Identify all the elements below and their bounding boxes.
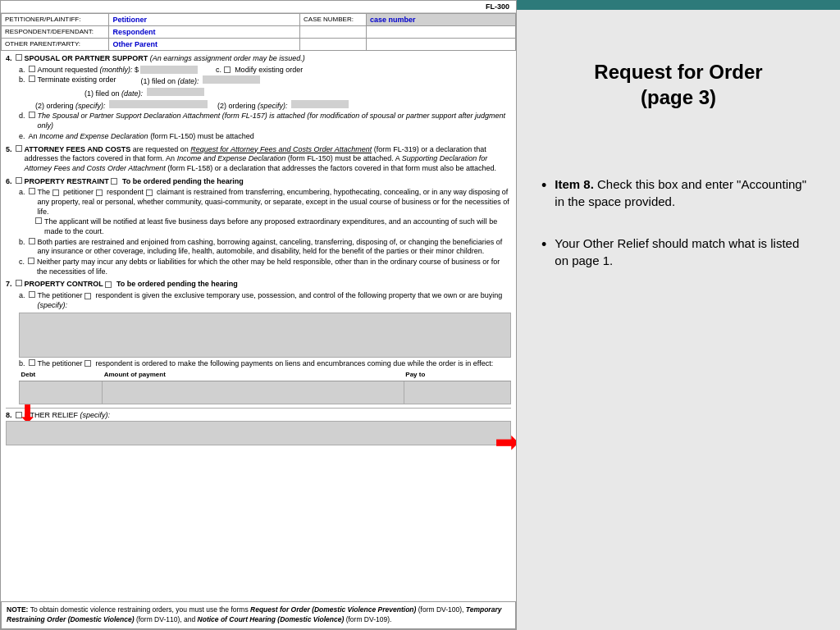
s4a-amount-input[interactable]	[140, 66, 198, 74]
s7a-text: The petitioner respondent is given the e…	[38, 291, 511, 310]
s4c-label: c. Modify existing order	[216, 66, 303, 75]
form-number: FL-300	[486, 2, 511, 11]
section-7-num: 7.	[6, 280, 12, 290]
col-debt: Debt	[20, 370, 103, 381]
bullet-item-1: • Item 8. Check this box and enter "Acco…	[541, 176, 815, 210]
s4-ordering1-input[interactable]	[109, 100, 208, 108]
s4a-checkbox[interactable]	[29, 66, 35, 72]
section-7-subsections: a. The petitioner respondent is given th…	[19, 291, 511, 404]
petitioner-value: Petitioner	[109, 14, 300, 26]
payment-amount-1[interactable]	[103, 381, 404, 404]
note-text: To obtain domestic violence restraining …	[7, 605, 501, 623]
section-6-subsections: a. The petitioner respondent claimant is…	[19, 188, 511, 276]
s4b-text: Terminate existing order	[38, 75, 116, 85]
instructions-title: Request for Order (page 3)	[594, 61, 762, 108]
s6c-text: Neither party may incur any debts or lia…	[37, 258, 511, 276]
s6a-petitioner-cb[interactable]	[52, 189, 59, 196]
s4e-text: An Income and Expense Declaration (form …	[29, 132, 254, 142]
col-amount: Amount of payment	[103, 370, 404, 381]
section-5-checkbox[interactable]	[16, 145, 22, 152]
section-8-num: 8.	[6, 411, 12, 419]
section-6-checkbox[interactable]	[16, 177, 22, 184]
bullet-dot-1: •	[541, 176, 546, 196]
s6a-text: The petitioner respondent claimant is re…	[38, 188, 511, 217]
s4-ordering2-input[interactable]	[291, 100, 349, 108]
bullet-2-text: Your Other Relief should match what is l…	[555, 235, 815, 269]
s6a2-checkbox[interactable]	[35, 217, 42, 224]
section-7: 7. PROPERTY CONTROL To be ordered pendin…	[6, 280, 511, 404]
instructions-bullets: • Item 8. Check this box and enter "Acco…	[517, 176, 840, 294]
payment-payto-1[interactable]	[404, 381, 510, 404]
section-5-text: ATTORNEY FEES AND COSTS are requested on…	[25, 145, 511, 174]
case-number-label: CASE NUMBER:	[300, 14, 367, 26]
s4-ordering2: (2) ordering (specify):	[217, 100, 350, 112]
section-4-checkbox[interactable]	[16, 54, 22, 61]
s4c-checkbox[interactable]	[224, 66, 231, 73]
petitioner-label: PETITIONER/PLAINTIFF:	[2, 14, 109, 26]
form-note: NOTE: To obtain domestic violence restra…	[1, 601, 516, 629]
arrow-right-icon: ➡	[495, 425, 516, 459]
form-header: PETITIONER/PLAINTIFF: Petitioner CASE NU…	[1, 13, 516, 51]
s7b-checkbox[interactable]	[29, 359, 35, 366]
bullet-1-text: Item 8. Check this box and enter "Accoun…	[555, 176, 815, 210]
s4b-filed2: (1) filed on (date):	[84, 88, 206, 99]
col-payto: Pay to	[404, 370, 510, 381]
s4b-filed: (1) filed on (date):	[141, 75, 262, 87]
other-parent-value: Other Parent	[109, 39, 300, 51]
s6a-checkbox[interactable]	[29, 188, 35, 194]
section-4-title: SPOUSAL OR PARTNER SUPPORT (An earnings …	[25, 54, 305, 64]
case-number-value: case number	[366, 14, 515, 26]
note-label: NOTE:	[7, 605, 28, 614]
form-panel: FL-300 PETITIONER/PLAINTIFF: Petitioner …	[0, 0, 517, 630]
section-5-num: 5.	[6, 145, 12, 155]
s6a2-text: The applicant will be notified at least …	[44, 217, 511, 236]
section-7-checkbox[interactable]	[16, 280, 22, 286]
s7a-respondent-cb[interactable]	[84, 293, 91, 299]
form-body: 4. SPOUSAL OR PARTNER SUPPORT (An earnin…	[1, 51, 516, 601]
right-panel: Request for Order (page 3) • Item 8. Che…	[517, 0, 840, 630]
s7b-text: The petitioner respondent is ordered to …	[38, 359, 494, 369]
section-7-title: PROPERTY CONTROL To be ordered pending t…	[25, 280, 238, 290]
respondent-value: Respondent	[109, 26, 300, 39]
s7b-respondent-cb[interactable]	[84, 360, 91, 367]
s6b-checkbox[interactable]	[29, 238, 35, 244]
section-8: 8. OTHER RELIEF (specify): ➡	[6, 408, 511, 445]
s6b-text: Both parties are restrained and enjoined…	[38, 238, 511, 257]
other-parent-label: OTHER PARENT/PARTY:	[2, 39, 109, 51]
s4b-date-input[interactable]	[203, 75, 260, 84]
s7-sub-checkbox[interactable]	[105, 281, 112, 288]
section-6: 6. PROPERTY RESTRAINT To be ordered pend…	[6, 177, 511, 277]
payment-table: Debt Amount of payment Pay to	[19, 370, 511, 404]
s7a-checkbox[interactable]	[29, 291, 35, 298]
s4d-text: The Spousal or Partner Support Declarati…	[38, 112, 511, 130]
s6a-respondent-cb[interactable]	[96, 189, 103, 196]
s4b-date2-input[interactable]	[147, 88, 204, 96]
s4-ordering1: (2) ordering (specify):	[35, 100, 209, 112]
section-4-num: 4.	[6, 54, 12, 64]
right-panel-title: Request for Order (page 3)	[578, 59, 778, 110]
section-8-wrapper: ⬇ 8. OTHER RELIEF (specify): ➡	[6, 408, 511, 445]
section-6-title: PROPERTY RESTRAINT To be ordered pending…	[25, 177, 244, 187]
right-panel-header-bar	[517, 0, 840, 10]
respondent-label: RESPONDENT/DEFENDANT:	[2, 26, 109, 39]
s6a-claimant-cb[interactable]	[146, 189, 153, 196]
section-8-input-area[interactable]	[6, 421, 511, 445]
s6c-checkbox[interactable]	[28, 258, 34, 264]
section-4: 4. SPOUSAL OR PARTNER SUPPORT (An earnin…	[6, 54, 511, 142]
s4a-text: Amount requested (monthly): $	[38, 66, 139, 75]
bullet-dot-2: •	[541, 235, 546, 255]
s4d-checkbox[interactable]	[29, 112, 35, 118]
bullet-1-bold: Item 8.	[555, 177, 594, 191]
section-5: 5. ATTORNEY FEES AND COSTS are requested…	[6, 145, 511, 174]
bullet-item-2: • Your Other Relief should match what is…	[541, 235, 815, 269]
s7a-specify-area[interactable]	[19, 313, 511, 358]
s6-sub-checkbox[interactable]	[111, 178, 117, 185]
section-4-subsections: a. Amount requested (monthly): $ c. Modi…	[19, 66, 511, 142]
s4b-checkbox[interactable]	[29, 75, 35, 82]
section-6-num: 6.	[6, 177, 12, 187]
